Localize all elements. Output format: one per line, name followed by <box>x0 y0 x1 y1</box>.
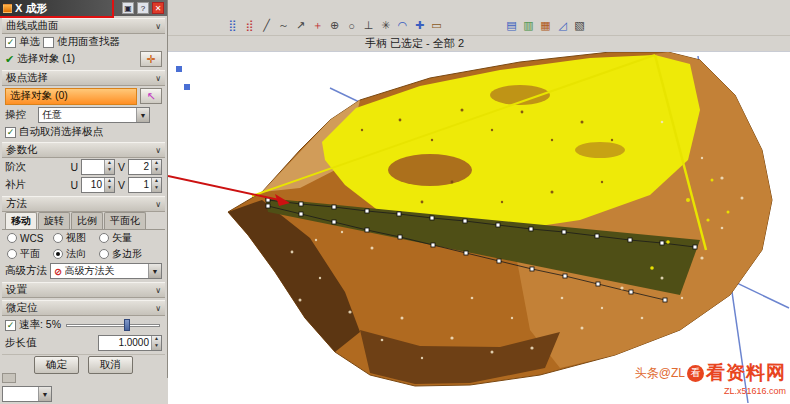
check-icon: ✔ <box>5 53 14 66</box>
curve-icon[interactable]: ～ <box>275 18 292 34</box>
pin-icon[interactable]: ▣ <box>122 2 134 14</box>
radio-icon[interactable] <box>7 233 17 243</box>
section-micro-positioning[interactable]: 微定位 ∨ <box>2 300 165 316</box>
section-label: 参数化 <box>6 143 38 157</box>
face-finder-checkbox[interactable] <box>43 37 54 48</box>
snap-grid-icon[interactable]: ⣿ <box>224 18 241 34</box>
perpendicular-icon[interactable]: ⊥ <box>360 18 377 34</box>
slider-track[interactable] <box>66 324 160 327</box>
pole-select-object-label: 选择对象 (0) <box>10 89 68 103</box>
plus-icon[interactable]: ✚ <box>411 18 428 34</box>
chevron-down-icon[interactable]: ▼ <box>38 387 51 401</box>
radio-icon[interactable] <box>99 249 109 259</box>
single-select-label: 单选 <box>19 35 40 49</box>
grid-icon[interactable]: ▦ <box>537 18 554 34</box>
patch-v-spinner[interactable]: 1 ▲▼ <box>128 177 162 193</box>
tab-scale[interactable]: 比例 <box>71 212 103 229</box>
patch-u-spinner[interactable]: 10 ▲▼ <box>81 177 115 193</box>
radio-selected-icon[interactable] <box>53 249 63 259</box>
degree-v-spinner[interactable]: 2 ▲▼ <box>128 159 162 175</box>
main-toolbar: ⣿ ⣾ ╱ ～ ↗ ＋ ⊕ ○ ⊥ ✳ ◠ ✚ ▭ ▤ ▥ ▦ ◿ ▧ <box>168 16 790 36</box>
rectangle-icon[interactable]: ▭ <box>428 18 445 34</box>
step-value-label: 步长值 <box>5 336 37 350</box>
single-select-checkbox[interactable]: ✓ <box>5 37 16 48</box>
spinner-arrows[interactable]: ▲▼ <box>104 178 114 192</box>
radio-vector[interactable]: 矢量 <box>99 231 160 245</box>
surface-icon[interactable]: ▥ <box>520 18 537 34</box>
section-label: 极点选择 <box>6 71 48 85</box>
radio-wcs[interactable]: WCS <box>7 233 53 244</box>
point-icon[interactable]: ＋ <box>309 18 326 34</box>
select-object-label[interactable]: 选择对象 (1) <box>17 52 75 66</box>
section-label: 微定位 <box>6 301 38 315</box>
watermark-logo-icon: 看 <box>687 365 704 382</box>
line-icon[interactable]: ╱ <box>258 18 275 34</box>
rate-slider[interactable] <box>66 318 160 332</box>
advanced-method-select[interactable]: ⊘ 高级方法关 ▼ <box>50 263 162 279</box>
sheet-icon[interactable]: ▤ <box>503 18 520 34</box>
slider-thumb[interactable] <box>124 319 130 331</box>
3d-viewport[interactable] <box>168 52 790 404</box>
rate-checkbox[interactable]: ✓ <box>5 320 16 331</box>
triangle-icon[interactable]: ◿ <box>554 18 571 34</box>
section-pole-selection[interactable]: 极点选择 ∨ <box>2 70 165 86</box>
radio-icon[interactable] <box>7 249 17 259</box>
chevron-down-icon[interactable]: ▼ <box>136 108 149 122</box>
ok-button[interactable]: 确定 <box>34 356 79 374</box>
circle-icon[interactable]: ○ <box>343 18 360 34</box>
tab-rotate[interactable]: 旋转 <box>38 212 70 229</box>
hatch-icon[interactable]: ▧ <box>571 18 588 34</box>
pole-select-object-highlight[interactable]: 选择对象 (0) <box>5 88 137 105</box>
arc-icon[interactable]: ◠ <box>394 18 411 34</box>
step-value-spinner[interactable]: 1.0000 ▲▼ <box>98 335 162 351</box>
face-finder-label: 使用面查找器 <box>57 35 120 49</box>
v-label: V <box>118 161 125 173</box>
dialog-icon <box>3 4 12 13</box>
intersection-icon[interactable]: ✳ <box>377 18 394 34</box>
spinner-arrows[interactable]: ▲▼ <box>104 160 114 174</box>
method-tabs: 移动 旋转 比例 平面化 <box>2 212 165 230</box>
section-parameterization[interactable]: 参数化 ∨ <box>2 142 165 158</box>
chevron-down-icon: ∨ <box>155 22 161 31</box>
chevron-down-icon: ∨ <box>155 200 161 209</box>
radio-view[interactable]: 视图 <box>53 231 99 245</box>
auto-deselect-checkbox[interactable]: ✓ <box>5 127 16 138</box>
spinner-arrows[interactable]: ▲▼ <box>151 336 161 350</box>
section-settings[interactable]: 设置 ∨ <box>2 282 165 298</box>
tab-move[interactable]: 移动 <box>5 212 37 229</box>
help-icon[interactable]: ? <box>137 2 149 14</box>
snap-point-icon[interactable]: ⣾ <box>241 18 258 34</box>
center-point-icon[interactable]: ⊕ <box>326 18 343 34</box>
selection-status: 手柄 已选定 - 全部 2 <box>365 36 464 51</box>
patch-label: 补片 <box>5 178 35 192</box>
pointer-icon-button[interactable]: ↖ <box>140 88 162 104</box>
dialog-title: X 成形 <box>15 1 119 16</box>
chevron-down-icon: ∨ <box>155 304 161 313</box>
spinner-arrows[interactable]: ▲▼ <box>151 160 161 174</box>
manipulate-select[interactable]: 任意 ▼ <box>38 107 150 123</box>
spinner-arrows[interactable]: ▲▼ <box>151 178 161 192</box>
degree-u-spinner[interactable]: ▲▼ <box>81 159 115 175</box>
vector-icon[interactable]: ↗ <box>292 18 309 34</box>
section-method[interactable]: 方法 ∨ <box>2 196 165 212</box>
docked-panel-tab[interactable] <box>2 373 16 383</box>
radio-normal[interactable]: 法向 <box>53 247 99 261</box>
tab-planarize[interactable]: 平面化 <box>104 212 146 229</box>
cancel-button[interactable]: 取消 <box>88 356 133 374</box>
chevron-down-icon: ∨ <box>155 74 161 83</box>
dialog-titlebar[interactable]: X 成形 ▣ ? ✕ <box>0 0 167 16</box>
u-label: U <box>70 179 78 191</box>
dialog-body: 曲线或曲面 ∨ ✓ 单选 使用面查找器 ✔ 选择对象 (1) ✛ 极点选择 ∨ … <box>0 16 167 378</box>
chevron-down-icon[interactable]: ▼ <box>148 264 161 278</box>
close-icon[interactable]: ✕ <box>152 2 164 14</box>
section-label: 方法 <box>6 197 27 211</box>
advanced-method-label: 高级方法 <box>5 264 47 278</box>
radio-icon[interactable] <box>99 233 109 243</box>
radio-polygon[interactable]: 多边形 <box>99 247 160 261</box>
radio-icon[interactable] <box>53 233 63 243</box>
radio-plane[interactable]: 平面 <box>7 247 53 261</box>
crosshair-icon-button[interactable]: ✛ <box>140 51 162 67</box>
rate-label: 速率: 5% <box>19 318 61 332</box>
section-curve-surface[interactable]: 曲线或曲面 ∨ <box>2 18 165 34</box>
bottom-left-dropdown[interactable]: ▼ <box>2 386 52 402</box>
